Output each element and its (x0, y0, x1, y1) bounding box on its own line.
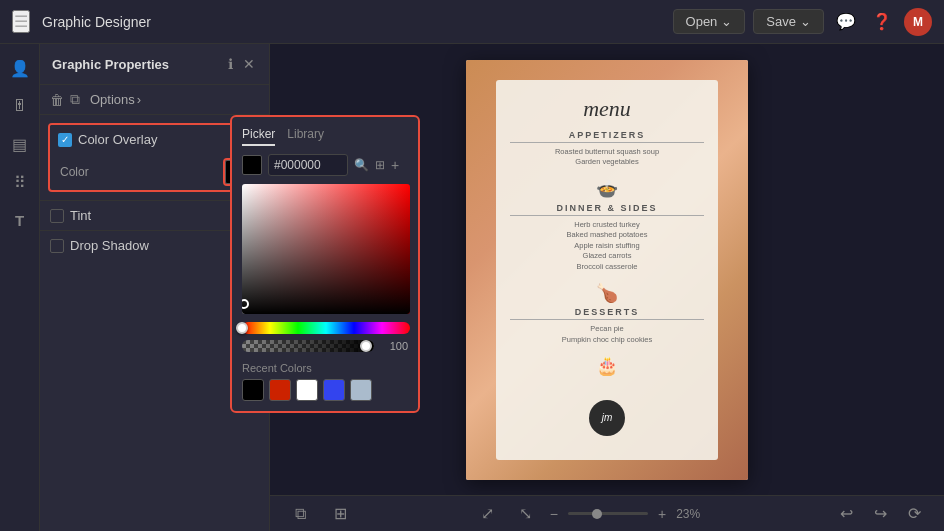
desserts-items: Pecan piePumpkin choc chip cookies (510, 324, 704, 345)
topbar-actions: Open ⌄ Save ⌄ 💬 ❓ M (673, 8, 932, 36)
chat-icon[interactable]: 💬 (832, 8, 860, 36)
zoom-percent: 23% (676, 507, 712, 521)
alpha-value: 100 (380, 340, 408, 352)
tint-label: Tint (70, 208, 243, 223)
add-icon[interactable]: + (391, 157, 399, 173)
tint-checkbox[interactable] (50, 209, 64, 223)
bottom-bar: ⧉ ⊞ ⤢ ⤡ − + 23% ↩ ↪ ⟳ (270, 495, 944, 531)
recent-colors-label: Recent Colors (242, 362, 408, 374)
appetizers-items: Roasted butternut squash soupGarden vege… (510, 147, 704, 168)
recent-swatch-2[interactable] (269, 379, 291, 401)
color-overlay-checkbox[interactable]: ✓ (58, 133, 72, 147)
color-overlay-label: Color Overlay (78, 132, 235, 147)
alpha-thumb (360, 340, 372, 352)
menu-logo: jm (589, 400, 625, 436)
desserts-icon: 🎂 (510, 355, 704, 377)
panel-toolbar: 🗑 ⧉ Options › (40, 85, 269, 115)
zoom-thumb (592, 509, 602, 519)
panel-info-button[interactable]: ℹ (226, 54, 235, 74)
hex-row: 🔍 ⊞ + (242, 154, 408, 176)
hex-input[interactable] (268, 154, 348, 176)
picker-tabs: Picker Library (242, 127, 408, 146)
desserts-title: DESSERTS (510, 307, 704, 320)
fit-button[interactable]: ⤢ (474, 500, 502, 528)
dinner-section: DINNER & SIDES Herb crusted turkeyBaked … (510, 203, 704, 273)
recent-swatch-3[interactable] (296, 379, 318, 401)
dinner-icon: 🍗 (510, 282, 704, 304)
topbar: ☰ Graphic Designer Open ⌄ Save ⌄ 💬 ❓ M (0, 0, 944, 44)
save-button[interactable]: Save ⌄ (753, 9, 824, 34)
grid-view-button[interactable]: ⊞ (326, 500, 354, 528)
appetizers-title: APPETIZERS (510, 130, 704, 143)
canvas-document: menu APPETIZERS Roasted butternut squash… (466, 60, 748, 480)
drop-shadow-label: Drop Shadow (70, 238, 243, 253)
gradient-canvas[interactable] (242, 184, 410, 314)
layers-button[interactable]: ⧉ (286, 500, 314, 528)
hue-thumb (236, 322, 248, 334)
appetizers-section: APPETIZERS Roasted butternut squash soup… (510, 130, 704, 168)
hue-slider[interactable] (242, 322, 410, 334)
sidebar-icon-grid[interactable]: ⠿ (4, 166, 36, 198)
dinner-title: DINNER & SIDES (510, 203, 704, 216)
gradient-canvas-bg (242, 184, 410, 314)
color-picker-popup: Picker Library 🔍 ⊞ + 100 (230, 115, 420, 413)
dinner-items: Herb crusted turkeyBaked mashed potatoes… (510, 220, 704, 273)
open-button[interactable]: Open ⌄ (673, 9, 746, 34)
menu-title: menu (510, 96, 704, 122)
sidebar-icon-sliders[interactable]: 🎚 (4, 90, 36, 122)
alpha-row: 100 (242, 340, 408, 352)
desserts-section: DESSERTS Pecan piePumpkin choc chip cook… (510, 307, 704, 345)
tab-library[interactable]: Library (287, 127, 324, 146)
left-sidebar: 👤 🎚 ▤ ⠿ T (0, 44, 40, 531)
zoom-slider[interactable] (568, 512, 648, 515)
eyedropper-icon[interactable]: 🔍 (354, 158, 369, 172)
zoom-in-button[interactable]: + (658, 506, 666, 522)
menu-icon[interactable]: ☰ (12, 10, 30, 33)
sidebar-icon-user[interactable]: 👤 (4, 52, 36, 84)
alpha-slider[interactable] (242, 340, 374, 352)
redo-button[interactable]: ↪ (866, 500, 894, 528)
color-label: Color (60, 165, 217, 179)
bottom-center: ⤢ ⤡ − + 23% (474, 500, 712, 528)
panel-title: Graphic Properties (52, 57, 220, 72)
avatar[interactable]: M (904, 8, 932, 36)
help-icon[interactable]: ❓ (868, 8, 896, 36)
sidebar-icon-layers[interactable]: ▤ (4, 128, 36, 160)
sidebar-icon-text[interactable]: T (4, 204, 36, 236)
color-row: Color (50, 154, 259, 190)
redo-forward-button[interactable]: ⟳ (900, 500, 928, 528)
undo-button[interactable]: ↩ (832, 500, 860, 528)
crop-button[interactable]: ⤡ (512, 500, 540, 528)
tab-picker[interactable]: Picker (242, 127, 275, 146)
recent-swatch-1[interactable] (242, 379, 264, 401)
panel-close-button[interactable]: ✕ (241, 54, 257, 74)
recent-swatch-5[interactable] (350, 379, 372, 401)
trash-button[interactable]: 🗑 (50, 92, 64, 108)
appetizers-icon: 🍲 (510, 178, 704, 200)
app-title: Graphic Designer (42, 14, 661, 30)
panel-header: Graphic Properties ℹ ✕ (40, 44, 269, 85)
copy-button[interactable]: ⧉ (70, 91, 80, 108)
options-button[interactable]: Options › (90, 92, 141, 107)
color-overlay-header[interactable]: ✓ Color Overlay ⌃ (50, 125, 259, 154)
recent-colors (242, 379, 408, 401)
bottom-left: ⧉ ⊞ (286, 500, 354, 528)
main-layout: 👤 🎚 ▤ ⠿ T Graphic Properties ℹ ✕ 🗑 ⧉ Opt… (0, 44, 944, 531)
zoom-out-button[interactable]: − (550, 506, 558, 522)
grid-icon[interactable]: ⊞ (375, 158, 385, 172)
menu-card: menu APPETIZERS Roasted butternut squash… (496, 80, 718, 460)
hex-swatch[interactable] (242, 155, 262, 175)
drop-shadow-checkbox[interactable] (50, 239, 64, 253)
recent-swatch-4[interactable] (323, 379, 345, 401)
bottom-right: ↩ ↪ ⟳ (832, 500, 928, 528)
